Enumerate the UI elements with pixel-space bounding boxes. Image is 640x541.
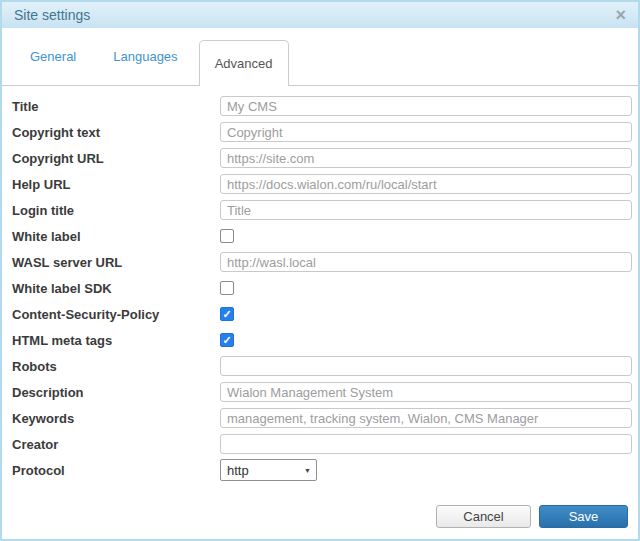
form-row: Copyright URL: [12, 145, 632, 171]
form-row: Login title: [12, 197, 632, 223]
dropdown-arrow-icon: ▼: [304, 467, 311, 474]
copyright-url-label: Copyright URL: [12, 151, 220, 166]
protocol-label: Protocol: [12, 463, 220, 478]
form-row: Help URL: [12, 171, 632, 197]
html-meta-tags-checkbox[interactable]: ✓: [220, 333, 234, 347]
copyright-text-input[interactable]: [220, 122, 632, 142]
form-row: Robots: [12, 353, 632, 379]
description-label: Description: [12, 385, 220, 400]
form-row: Keywords: [12, 405, 632, 431]
site-settings-dialog: Site settings × GeneralLanguagesAdvanced…: [0, 0, 640, 541]
form-row: Content-Security-Policy✓: [12, 301, 632, 327]
form-row: White label SDK✓: [12, 275, 632, 301]
form-row: Description: [12, 379, 632, 405]
cancel-button[interactable]: Cancel: [436, 505, 531, 528]
close-icon[interactable]: ×: [615, 8, 626, 22]
white-label-sdk-checkbox[interactable]: ✓: [220, 281, 234, 295]
checkmark-icon: ✓: [222, 309, 231, 320]
copyright-url-input[interactable]: [220, 148, 632, 168]
html-meta-tags-label: HTML meta tags: [12, 333, 220, 348]
keywords-input[interactable]: [220, 408, 632, 428]
keywords-label: Keywords: [12, 411, 220, 426]
white-label-checkbox[interactable]: ✓: [220, 229, 234, 243]
white-label-label: White label: [12, 229, 220, 244]
creator-input[interactable]: [220, 434, 632, 454]
protocol-select[interactable]: http▼: [220, 459, 317, 481]
form-row: Title: [12, 93, 632, 119]
robots-input[interactable]: [220, 356, 632, 376]
content-security-policy-label: Content-Security-Policy: [12, 307, 220, 322]
help-url-label: Help URL: [12, 177, 220, 192]
white-label-sdk-label: White label SDK: [12, 281, 220, 296]
dialog-titlebar: Site settings ×: [2, 2, 638, 28]
settings-form: TitleCopyright textCopyright URLHelp URL…: [2, 86, 638, 483]
form-row: Copyright text: [12, 119, 632, 145]
login-title-label: Login title: [12, 203, 220, 218]
dialog-title: Site settings: [14, 7, 90, 23]
form-row: HTML meta tags✓: [12, 327, 632, 353]
wasl-server-url-label: WASL server URL: [12, 255, 220, 270]
dialog-footer: Cancel Save: [2, 483, 638, 539]
help-url-input[interactable]: [220, 174, 632, 194]
form-row: White label✓: [12, 223, 632, 249]
form-row: Creator: [12, 431, 632, 457]
tab-bar: GeneralLanguagesAdvanced: [2, 28, 638, 86]
select-value: http: [227, 463, 249, 478]
tab-languages[interactable]: Languages: [113, 49, 177, 64]
wasl-server-url-input[interactable]: [220, 252, 632, 272]
creator-label: Creator: [12, 437, 220, 452]
content-security-policy-checkbox[interactable]: ✓: [220, 307, 234, 321]
checkmark-icon: ✓: [222, 335, 231, 346]
title-input[interactable]: [220, 96, 632, 116]
description-input[interactable]: [220, 382, 632, 402]
form-row: WASL server URL: [12, 249, 632, 275]
title-label: Title: [12, 99, 220, 114]
form-row: Protocolhttp▼: [12, 457, 632, 483]
tab-advanced[interactable]: Advanced: [199, 40, 289, 86]
copyright-text-label: Copyright text: [12, 125, 220, 140]
robots-label: Robots: [12, 359, 220, 374]
tab-general[interactable]: General: [30, 49, 76, 64]
login-title-input[interactable]: [220, 200, 632, 220]
save-button[interactable]: Save: [539, 505, 628, 528]
